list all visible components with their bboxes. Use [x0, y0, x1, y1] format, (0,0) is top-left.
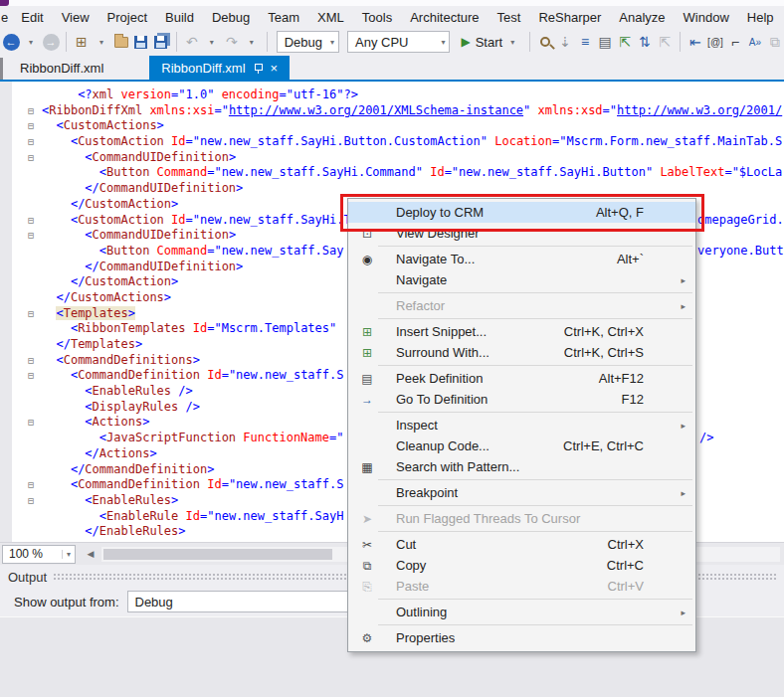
- menubar-item-tools[interactable]: Tools: [353, 8, 401, 27]
- menu-item-properties[interactable]: ⚙Properties: [348, 627, 695, 648]
- toolbar-separator: [529, 32, 530, 52]
- menubar-item-project[interactable]: Project: [98, 8, 156, 27]
- menubar-item-xml[interactable]: XML: [308, 8, 353, 27]
- menubar-item-edit[interactable]: Edit: [12, 8, 52, 27]
- fold-toggle-icon[interactable]: ⊟: [28, 134, 42, 150]
- pin-icon[interactable]: [254, 63, 263, 74]
- menu-separator: [378, 318, 692, 319]
- menubar-item-debug[interactable]: Debug: [203, 8, 259, 27]
- redo-icon[interactable]: ↷: [223, 31, 241, 53]
- new-project-dropdown[interactable]: ▾: [93, 31, 110, 53]
- close-icon[interactable]: ×: [271, 62, 279, 75]
- menubar-item-window[interactable]: Window: [675, 8, 738, 27]
- fold-toggle-icon[interactable]: ⊟: [28, 368, 42, 384]
- menubar-item-build[interactable]: Build: [156, 8, 203, 27]
- fold-toggle-icon[interactable]: ⊟: [28, 415, 42, 431]
- toolbar-separator: [680, 32, 681, 52]
- configuration-combobox[interactable]: Debug▾: [277, 31, 339, 53]
- fold-toggle-icon[interactable]: ⊟: [28, 213, 42, 229]
- menubar-item-file-partial[interactable]: e: [0, 8, 12, 27]
- menubar-item-resharper[interactable]: ReSharper: [529, 8, 610, 27]
- undo-icon[interactable]: ↶: [183, 31, 201, 53]
- view-designer-icon: ⊡: [356, 227, 378, 241]
- code-fragment-right-of-menu: />: [699, 431, 713, 446]
- parameter-info-icon[interactable]: ▤: [596, 31, 614, 53]
- code-line: ⊟ <CustomActions>: [28, 118, 782, 134]
- fold-toggle-icon[interactable]: ⊟: [28, 493, 42, 509]
- menu-item-navigate[interactable]: Navigate▸: [348, 269, 695, 290]
- menu-item-breakpoint[interactable]: Breakpoint▸: [348, 482, 695, 503]
- find-in-files-icon[interactable]: [536, 31, 554, 53]
- sync-namespace-icon[interactable]: ⇣: [556, 31, 574, 53]
- navigate-back-button[interactable]: ←: [2, 31, 20, 53]
- output-source-combobox[interactable]: Debug: [127, 591, 378, 612]
- menu-item-navigate-to[interactable]: ◉Navigate To...Alt+`: [348, 249, 695, 269]
- menu-item-refactor: Refactor▸: [348, 295, 695, 316]
- tab-label: RibbonDiff.xml: [161, 61, 245, 76]
- platform-combobox[interactable]: Any CPU▾: [347, 31, 450, 53]
- shift-left-icon[interactable]: ⇤: [686, 31, 704, 53]
- tab-ribbondiff-active[interactable]: RibbonDiff.xml ×: [149, 56, 290, 80]
- menu-item-copy[interactable]: ⧉CopyCtrl+C: [348, 555, 695, 576]
- tab-ribbondiff-inactive[interactable]: RibbonDiff.xml: [8, 56, 115, 80]
- menu-separator: [378, 599, 692, 600]
- menubar-item-view[interactable]: View: [53, 8, 98, 27]
- menu-item-deploy-to-crm[interactable]: Deploy to CRMAlt+Q, F: [348, 202, 695, 223]
- navigate-back-dropdown[interactable]: ▾: [22, 31, 40, 53]
- menu-item-go-to-definition[interactable]: →Go To DefinitionF12: [348, 389, 695, 410]
- scroll-left-button[interactable]: ◀: [84, 549, 98, 559]
- fold-toggle-icon[interactable]: ⊟: [28, 118, 42, 134]
- at-token-icon[interactable]: [@]: [706, 31, 724, 53]
- menu-separator: [378, 624, 692, 625]
- menu-item-insert-snippet[interactable]: ⊞Insert Snippet...Ctrl+K, Ctrl+X: [348, 321, 695, 342]
- open-file-icon[interactable]: [112, 31, 130, 53]
- fold-toggle-icon[interactable]: ⊟: [28, 228, 42, 244]
- menu-item-cleanup-code[interactable]: Cleanup Code...Ctrl+E, Ctrl+C: [348, 436, 695, 456]
- undo-dropdown[interactable]: ▾: [203, 31, 221, 53]
- navigate-symbol-icon[interactable]: A»: [746, 31, 764, 53]
- zoom-level-combobox[interactable]: 100 % ▾: [2, 545, 76, 564]
- zoom-level-value: 100 %: [9, 547, 43, 561]
- hierarchy-disabled-icon[interactable]: ⇱: [656, 31, 674, 53]
- sort-usings-icon[interactable]: ⇅: [636, 31, 654, 53]
- fold-toggle-icon[interactable]: ⊟: [28, 353, 42, 369]
- menu-item-label: Navigate To...: [396, 252, 475, 266]
- toolbar-separator: [176, 32, 177, 52]
- copy-disabled-icon[interactable]: ⧉: [766, 31, 784, 53]
- menubar-item-test[interactable]: Test: [489, 8, 530, 27]
- menu-item-outlining[interactable]: Outlining▸: [348, 602, 695, 622]
- menu-item-surround-with[interactable]: ⊞Surround With...Ctrl+K, Ctrl+S: [348, 342, 695, 363]
- menu-item-search-with-pattern[interactable]: ▦Search with Pattern...: [348, 456, 695, 477]
- menu-item-peek-definition[interactable]: ▤Peek DefinitionAlt+F12: [348, 368, 695, 389]
- menubar-item-architecture[interactable]: Architecture: [401, 8, 488, 27]
- fold-toggle-icon[interactable]: ⊟: [28, 477, 42, 493]
- code-line: <Button Command="new.new_staff.SayHi.Com…: [28, 165, 782, 181]
- pin-group-icon[interactable]: ⌐: [726, 31, 744, 53]
- menubar-item-team[interactable]: Team: [259, 8, 308, 27]
- menu-item-label: Cleanup Code...: [396, 438, 490, 453]
- save-icon[interactable]: [132, 31, 150, 53]
- output-panel-title: Output: [8, 570, 47, 585]
- menubar-item-help[interactable]: Help: [738, 8, 783, 27]
- output-source-value: Debug: [135, 595, 173, 610]
- fold-toggle-icon[interactable]: ⊟: [28, 306, 42, 322]
- list-members-icon[interactable]: ≡: [576, 31, 594, 53]
- menu-separator: [378, 479, 692, 480]
- menu-item-cut[interactable]: ✂CutCtrl+X: [348, 534, 695, 555]
- save-all-icon[interactable]: [152, 31, 170, 53]
- standard-toolbar: ←▾→⊞▾↶▾↷▾Debug▾Any CPU▾▶Start▾⇣≡▤⇱⇅⇱⇤[@]…: [2, 28, 784, 56]
- new-project-icon[interactable]: ⊞: [73, 31, 91, 53]
- start-debug-button[interactable]: ▶Start▾: [455, 31, 523, 53]
- menu-item-shortcut: Alt+Q, F: [596, 205, 686, 220]
- menu-item-inspect[interactable]: Inspect▸: [348, 415, 695, 436]
- menubar-item-analyze[interactable]: Analyze: [610, 8, 674, 27]
- run-hierarchy-icon[interactable]: ⇱: [616, 31, 634, 53]
- menu-item-label: Inspect: [396, 418, 438, 433]
- scrollbar-thumb[interactable]: [103, 549, 332, 560]
- breakpoint-margin[interactable]: [0, 82, 12, 542]
- redo-dropdown[interactable]: ▾: [243, 31, 261, 53]
- navigate-forward-button[interactable]: →: [42, 31, 60, 53]
- menu-item-view-designer[interactable]: ⊡View Designer: [348, 223, 695, 244]
- fold-toggle-icon[interactable]: ⊟: [28, 150, 42, 166]
- fold-toggle-icon[interactable]: ⊟: [28, 103, 42, 119]
